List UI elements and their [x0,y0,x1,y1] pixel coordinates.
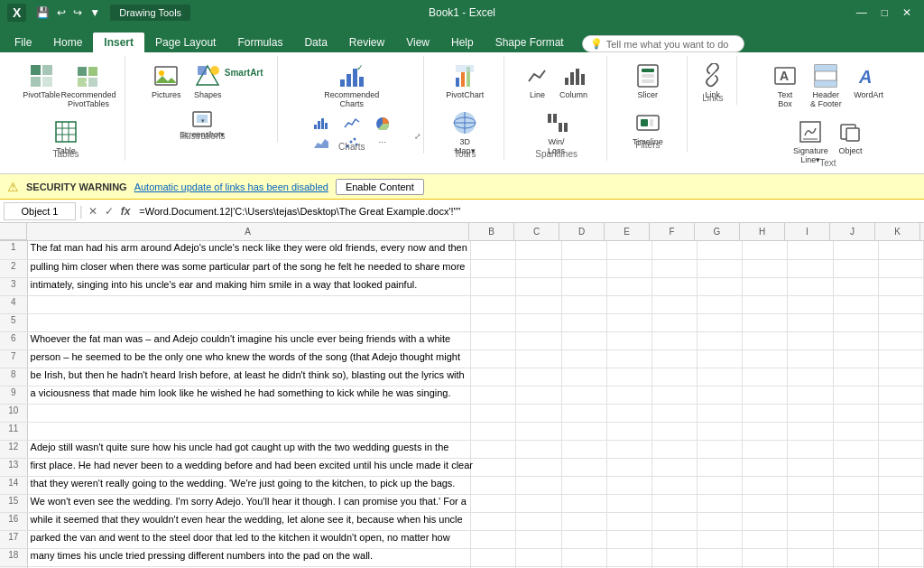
empty-cell[interactable] [651,277,697,295]
empty-cell[interactable] [833,440,878,458]
empty-cell[interactable] [878,440,923,458]
empty-cell[interactable] [471,458,516,476]
empty-cell[interactable] [651,386,697,404]
empty-cell[interactable] [471,476,516,494]
empty-cell[interactable] [878,458,923,476]
empty-cell[interactable] [516,259,561,277]
empty-cell[interactable] [561,404,606,422]
tab-home[interactable]: Home [42,33,93,52]
confirm-formula-icon[interactable]: ✓ [103,205,116,218]
bar-chart-button[interactable] [307,114,336,132]
empty-cell[interactable] [516,548,561,566]
table-row[interactable]: 16while it seemed that they wouldn't eve… [0,512,924,530]
empty-cell[interactable] [833,494,878,512]
empty-cell[interactable] [788,422,833,440]
empty-cell[interactable] [878,422,923,440]
name-box-input[interactable] [4,202,76,220]
empty-cell[interactable] [698,368,743,386]
empty-cell[interactable] [698,386,743,404]
empty-cell[interactable] [606,476,651,494]
pie-chart-button[interactable] [368,114,397,132]
empty-cell[interactable] [606,458,651,476]
area-chart-button[interactable] [307,134,336,152]
word-art-button[interactable]: A WordArt [849,58,889,103]
empty-cell[interactable] [878,259,923,277]
maximize-button[interactable]: □ [876,6,893,19]
empty-cell[interactable] [651,440,697,458]
more-charts-button[interactable]: … [368,134,397,152]
empty-cell[interactable] [833,512,878,530]
empty-cell[interactable] [516,530,561,548]
empty-cell[interactable] [471,259,516,277]
save-button[interactable]: 💾 [33,5,52,20]
empty-cell[interactable] [651,476,697,494]
col-header-G[interactable]: G [695,223,740,240]
empty-cell[interactable] [878,331,923,349]
empty-cell[interactable] [743,368,788,386]
tab-shape-format[interactable]: Shape Format [485,33,575,52]
empty-cell[interactable] [833,259,878,277]
empty-cell[interactable] [651,548,697,566]
empty-cell[interactable] [788,331,833,349]
empty-cell[interactable] [698,476,743,494]
empty-cell[interactable] [833,386,878,404]
empty-cell[interactable] [471,331,516,349]
empty-cell[interactable] [788,494,833,512]
empty-cell[interactable] [471,422,516,440]
empty-cell[interactable] [743,349,788,368]
empty-cell[interactable] [788,295,833,313]
empty-cell[interactable] [743,476,788,494]
empty-cell[interactable] [606,331,651,349]
empty-cell[interactable] [833,476,878,494]
tab-data[interactable]: Data [293,33,337,52]
object-button[interactable]: Object [834,114,866,159]
pictures-button[interactable]: Pictures [146,58,186,103]
empty-cell[interactable] [833,404,878,422]
empty-cell[interactable] [833,458,878,476]
table-row[interactable]: 11 [0,422,924,440]
empty-cell[interactable] [516,277,561,295]
line-spark-button[interactable]: Line [522,58,554,103]
tell-me-input[interactable]: 💡 Tell me what you want to do [582,35,744,52]
empty-cell[interactable] [606,422,651,440]
grid-area[interactable]: 1The fat man had his arm around Adejo's … [0,241,924,568]
empty-cell[interactable] [833,241,878,259]
fx-icon[interactable]: fx [119,205,133,218]
table-row[interactable]: 5 [0,313,924,331]
table-row[interactable]: 7person – he seemed to be the only one w… [0,349,924,368]
recommended-charts-button[interactable]: ✓ RecommendedCharts [327,58,377,112]
empty-cell[interactable] [743,241,788,259]
empty-cell[interactable] [788,548,833,566]
empty-cell[interactable] [833,368,878,386]
empty-cell[interactable] [561,386,606,404]
empty-cell[interactable] [698,494,743,512]
smartart-button[interactable]: SmartArt [229,58,258,85]
empty-cell[interactable] [743,548,788,566]
empty-cell[interactable] [698,440,743,458]
empty-cell[interactable] [878,386,923,404]
content-cell[interactable] [27,313,471,331]
empty-cell[interactable] [561,277,606,295]
empty-cell[interactable] [606,386,651,404]
empty-cell[interactable] [788,313,833,331]
empty-cell[interactable] [788,277,833,295]
empty-cell[interactable] [651,331,697,349]
empty-cell[interactable] [516,422,561,440]
empty-cell[interactable] [698,530,743,548]
empty-cell[interactable] [698,422,743,440]
empty-cell[interactable] [471,530,516,548]
table-row[interactable]: 12 Adejo still wasn't quite sure how his… [0,440,924,458]
empty-cell[interactable] [698,241,743,259]
empty-cell[interactable] [606,259,651,277]
recommended-pivot-button[interactable]: ✓ RecommendedPivotTables [65,58,112,112]
empty-cell[interactable] [516,313,561,331]
empty-cell[interactable] [833,331,878,349]
empty-cell[interactable] [743,512,788,530]
table-row[interactable]: 4 [0,295,924,313]
slicer-button[interactable]: Slicer [630,58,666,103]
tab-page-layout[interactable]: Page Layout [144,33,226,52]
empty-cell[interactable] [516,458,561,476]
table-row[interactable]: 13first place. He had never been to a we… [0,458,924,476]
empty-cell[interactable] [788,259,833,277]
content-cell[interactable]: many times his uncle tried pressing diff… [27,548,471,566]
